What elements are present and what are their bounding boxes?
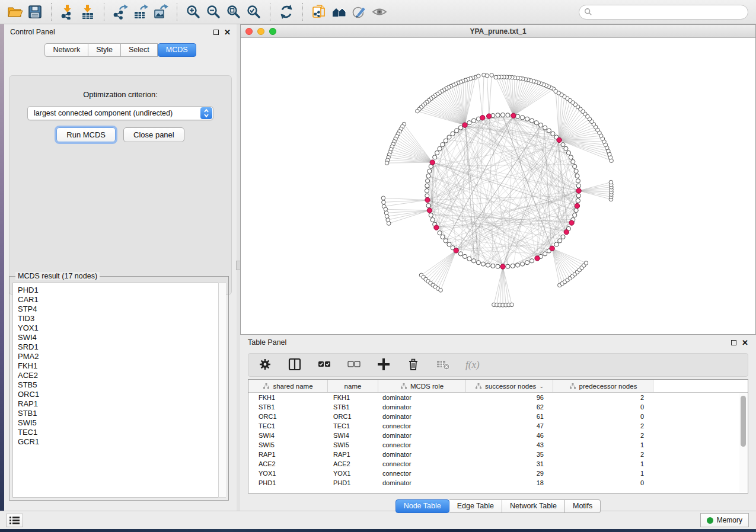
tab-network[interactable]: Network bbox=[44, 43, 88, 57]
gear-icon[interactable] bbox=[258, 356, 273, 374]
mcds-result-item[interactable]: CAR1 bbox=[18, 295, 225, 305]
tab-select[interactable]: Select bbox=[121, 43, 158, 57]
save-icon[interactable] bbox=[25, 3, 45, 21]
criterion-dropdown[interactable]: largest connected component (undirected) bbox=[27, 106, 213, 120]
mcds-result-item[interactable]: PMA2 bbox=[18, 352, 225, 361]
table-row[interactable]: FKH1FKH1dominator962 bbox=[248, 393, 748, 402]
mcds-result-item[interactable]: SWI4 bbox=[18, 333, 225, 342]
cell-MCDS-role: connector bbox=[378, 469, 466, 478]
mcds-result-item[interactable]: ACE2 bbox=[18, 371, 225, 380]
table-scrollbar-thumb[interactable] bbox=[741, 396, 746, 447]
cell-successor-nodes: 35 bbox=[466, 450, 553, 459]
export-image-icon[interactable] bbox=[151, 3, 171, 21]
cell-predecessor-nodes: 0 bbox=[553, 402, 653, 412]
mcds-result-item[interactable]: SWI5 bbox=[18, 418, 225, 428]
table-row[interactable]: TEC1TEC1connector472 bbox=[248, 421, 748, 431]
cell-successor-nodes: 31 bbox=[466, 459, 553, 469]
table-row[interactable]: ORC1ORC1dominator610 bbox=[248, 412, 748, 421]
zoom-out-icon[interactable] bbox=[203, 3, 224, 21]
close-table-panel-icon[interactable]: ✕ bbox=[742, 340, 748, 345]
memory-button[interactable]: Memory bbox=[700, 513, 749, 527]
column-view-icon[interactable] bbox=[288, 356, 303, 374]
table-row[interactable]: SWI5SWI5connector431 bbox=[248, 440, 748, 450]
mcds-result-item[interactable]: ORC1 bbox=[18, 390, 225, 399]
run-mcds-button[interactable]: Run MCDS bbox=[56, 127, 116, 142]
table-row[interactable]: RAP1RAP1dominator352 bbox=[248, 450, 748, 459]
zoom-fit-icon[interactable] bbox=[224, 3, 244, 21]
pen-circle-icon[interactable] bbox=[349, 3, 369, 21]
float-panel-icon[interactable] bbox=[213, 30, 219, 35]
tab-node-table[interactable]: Node Table bbox=[395, 499, 449, 513]
tab-mcds[interactable]: MCDS bbox=[158, 43, 196, 57]
column-header-successor-nodes[interactable]: successor nodes⌄ bbox=[466, 380, 553, 392]
mcds-result-item[interactable]: STP4 bbox=[18, 305, 225, 314]
column-header-name[interactable]: name bbox=[328, 380, 378, 392]
table-row[interactable]: SWI4SWI4dominator462 bbox=[248, 431, 748, 440]
mcds-result-item[interactable]: PHD1 bbox=[18, 286, 225, 295]
result-list-scrollbar[interactable] bbox=[218, 283, 226, 498]
open-folder-icon[interactable] bbox=[5, 3, 25, 21]
import-table-icon[interactable] bbox=[78, 3, 98, 21]
table-row[interactable]: STB1STB1dominator620 bbox=[248, 402, 748, 412]
export-network-icon[interactable] bbox=[110, 3, 130, 21]
delete-table-icon[interactable] bbox=[436, 356, 451, 374]
network-canvas[interactable] bbox=[241, 38, 755, 334]
table-scrollbar[interactable] bbox=[739, 393, 747, 492]
mcds-result-list[interactable]: PHD1CAR1STP4TID3YOX1SWI4SRD1PMA2FKH1ACE2… bbox=[12, 283, 226, 498]
table-row[interactable]: YOX1YOX1connector291 bbox=[248, 469, 748, 478]
org-chart-icon bbox=[263, 383, 270, 390]
close-panel-icon[interactable]: ✕ bbox=[224, 30, 231, 35]
import-network-icon[interactable] bbox=[58, 3, 78, 21]
table-tabs: Node TableEdge TableNetwork TableMotifs bbox=[240, 499, 756, 513]
mcds-result-item[interactable]: FKH1 bbox=[18, 361, 225, 371]
add-column-icon[interactable] bbox=[377, 356, 392, 374]
houses-icon[interactable] bbox=[329, 3, 349, 21]
refresh-icon[interactable] bbox=[276, 3, 296, 21]
minimize-window-icon[interactable] bbox=[257, 28, 264, 35]
eye-icon[interactable] bbox=[369, 3, 390, 21]
main-toolbar bbox=[0, 0, 756, 24]
mcds-result-item[interactable]: STB5 bbox=[18, 380, 225, 390]
cell-name: YOX1 bbox=[328, 469, 378, 478]
mcds-result-item[interactable]: SRD1 bbox=[18, 342, 225, 352]
column-header-MCDS-role[interactable]: MCDS role bbox=[378, 380, 466, 392]
cell-name: ACE2 bbox=[328, 459, 378, 469]
tab-network-table[interactable]: Network Table bbox=[502, 499, 565, 513]
column-header-shared-name[interactable]: shared name bbox=[248, 380, 328, 392]
deselect-all-icon[interactable] bbox=[347, 356, 362, 374]
table-header-row: shared namenameMCDS rolesuccessor nodes⌄… bbox=[248, 380, 748, 393]
search-input[interactable] bbox=[592, 8, 743, 16]
task-history-button[interactable] bbox=[6, 514, 23, 527]
table-row[interactable]: ACE2ACE2connector311 bbox=[248, 459, 748, 469]
table-row[interactable]: PHD1PHD1dominator180 bbox=[248, 478, 748, 488]
toolbar-separator bbox=[104, 3, 104, 21]
control-panel-titlebar: Control Panel ✕ bbox=[4, 24, 237, 40]
column-header-predecessor-nodes[interactable]: predecessor nodes bbox=[553, 380, 653, 392]
cell-MCDS-role: dominator bbox=[378, 450, 466, 459]
tab-style[interactable]: Style bbox=[88, 43, 121, 57]
mcds-result-item[interactable]: GCR1 bbox=[18, 437, 225, 447]
tab-edge-table[interactable]: Edge Table bbox=[449, 499, 502, 513]
close-panel-button[interactable]: Close panel bbox=[123, 127, 184, 142]
zoom-in-icon[interactable] bbox=[183, 3, 203, 21]
delete-column-icon[interactable] bbox=[406, 356, 422, 374]
function-builder-icon[interactable]: f(x) bbox=[465, 359, 480, 371]
sort-descending-icon: ⌄ bbox=[539, 383, 544, 389]
maximize-window-icon[interactable] bbox=[269, 28, 276, 35]
search-box[interactable] bbox=[579, 5, 748, 20]
mcds-result-item[interactable]: YOX1 bbox=[18, 323, 225, 333]
close-window-icon[interactable] bbox=[245, 28, 253, 35]
network-window-titlebar[interactable]: YPA_prune.txt_1 bbox=[241, 25, 755, 38]
mcds-result-item[interactable]: TID3 bbox=[18, 314, 225, 323]
export-table-icon[interactable] bbox=[130, 3, 151, 21]
share-document-icon[interactable] bbox=[309, 3, 329, 21]
zoom-selected-icon[interactable] bbox=[244, 3, 264, 21]
cell-name: FKH1 bbox=[328, 393, 378, 402]
select-all-icon[interactable] bbox=[317, 356, 333, 374]
mcds-result-item[interactable]: STB1 bbox=[18, 409, 225, 418]
float-table-panel-icon[interactable] bbox=[731, 340, 736, 345]
cell-shared-name: ORC1 bbox=[248, 412, 328, 421]
mcds-result-item[interactable]: RAP1 bbox=[18, 399, 225, 409]
tab-motifs[interactable]: Motifs bbox=[565, 499, 601, 513]
mcds-result-item[interactable]: TEC1 bbox=[18, 428, 225, 437]
